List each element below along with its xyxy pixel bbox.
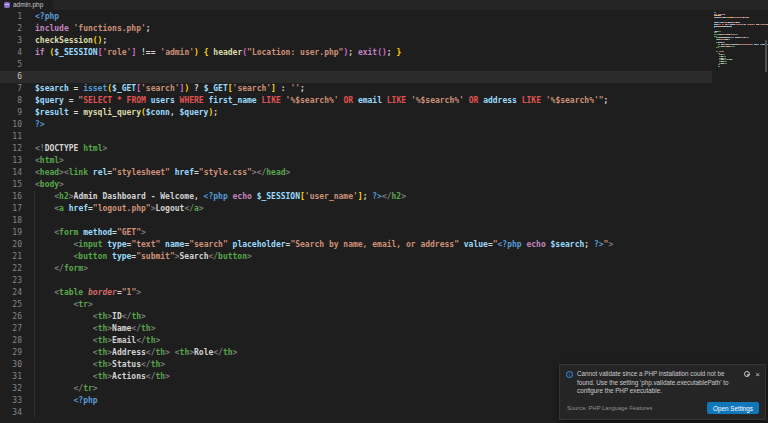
code-line[interactable]: 22 </form> <box>0 263 768 275</box>
line-number: 7 <box>0 83 22 95</box>
php-file-icon <box>4 2 10 8</box>
line-number: 15 <box>0 179 22 191</box>
code-text: <a href="logout.php">Logout</a> <box>35 203 204 215</box>
code-line[interactable]: 10?> <box>0 119 768 131</box>
line-number: 28 <box>0 335 22 347</box>
line-number: 19 <box>0 227 22 239</box>
code-text: $result = mysqli_query($conn, $query); <box>35 107 218 119</box>
code-line[interactable]: 6 <box>0 71 712 83</box>
code-text: <tr> <box>35 299 93 311</box>
line-number: 33 <box>0 395 22 407</box>
code-text: <h2>Admin Dashboard - Welcome, <?php ech… <box>35 191 406 203</box>
code-line[interactable]: 28 <th>Email</th> <box>0 335 768 347</box>
code-text: <th>Address</th> <th>Role</th> <box>35 347 237 359</box>
line-number: 21 <box>0 251 22 263</box>
overview-ruler-decoration <box>765 40 767 72</box>
line-number: 8 <box>0 95 22 107</box>
code-line[interactable]: 17 <a href="logout.php">Logout</a> <box>0 203 768 215</box>
code-text: <th>Email</th> <box>35 335 160 347</box>
gear-icon[interactable] <box>744 371 750 377</box>
line-number: 2 <box>0 23 22 35</box>
line-number: 13 <box>0 155 22 167</box>
minimap-content <box>712 10 768 69</box>
notification-source: Source: PHP Language Features <box>567 405 652 411</box>
code-text: checkSession(); <box>35 35 107 47</box>
notification-toast: i Cannot validate since a PHP installati… <box>559 364 766 420</box>
code-text: <?php <box>35 11 59 23</box>
code-line[interactable]: 1<?php <box>0 11 768 23</box>
code-line[interactable]: 24 <table border="1"> <box>0 287 768 299</box>
code-text: <th>Name</th> <box>35 323 155 335</box>
code-text: <?php <box>35 395 98 407</box>
code-line[interactable]: 15<body> <box>0 179 768 191</box>
line-number: 27 <box>0 323 22 335</box>
code-line[interactable]: 8$query = "SELECT * FROM users WHERE fir… <box>0 95 768 107</box>
line-number: 31 <box>0 371 22 383</box>
code-line[interactable]: 29 <th>Address</th> <th>Role</th> <box>0 347 768 359</box>
code-text: include 'functions.php'; <box>35 23 151 35</box>
info-icon: i <box>566 371 573 378</box>
code-line[interactable]: 20 <input type="text" name="search" plac… <box>0 239 768 251</box>
tab-admin-php[interactable]: admin.php <box>0 0 54 10</box>
line-number: 5 <box>0 59 22 71</box>
code-text: $query = "SELECT * FROM users WHERE firs… <box>35 95 608 107</box>
tab-filename: admin.php <box>13 0 43 10</box>
code-text: <html> <box>35 155 64 167</box>
code-line[interactable]: 19 <form method="GET"> <box>0 227 768 239</box>
code-editor[interactable]: 1<?php2include 'functions.php';3checkSes… <box>0 10 768 423</box>
line-number: 30 <box>0 359 22 371</box>
code-text: <th>Actions</th> <box>35 371 170 383</box>
code-line[interactable]: 3checkSession(); <box>0 35 768 47</box>
code-line[interactable]: 26 <th>ID</th> <box>0 311 768 323</box>
code-text: <button type="submit">Search</button> <box>35 251 252 263</box>
line-number: 16 <box>0 191 22 203</box>
line-number: 4 <box>0 47 22 59</box>
code-text: <head><link rel="stylesheet" href="style… <box>35 167 290 179</box>
code-line[interactable]: 7$search = isset($_GET['search']) ? $_GE… <box>0 83 768 95</box>
indent-guide <box>34 191 35 418</box>
code-line[interactable]: 16 <h2>Admin Dashboard - Welcome, <?php … <box>0 191 768 203</box>
line-number: 23 <box>0 275 22 287</box>
line-number: 1 <box>0 11 22 23</box>
line-number: 11 <box>0 131 22 143</box>
code-line[interactable]: 14<head><link rel="stylesheet" href="sty… <box>0 167 768 179</box>
line-number: 32 <box>0 383 22 395</box>
vscode-window: admin.php 1<?php2include 'functions.php'… <box>0 0 768 423</box>
close-icon[interactable]: × <box>755 371 760 378</box>
code-text: <th>Status</th> <box>35 359 165 371</box>
code-line[interactable]: 2include 'functions.php'; <box>0 23 768 35</box>
line-number: 9 <box>0 107 22 119</box>
code-text: ?> <box>35 119 45 131</box>
line-number: 26 <box>0 311 22 323</box>
code-line[interactable]: 27 <th>Name</th> <box>0 323 768 335</box>
code-line[interactable]: 9$result = mysqli_query($conn, $query); <box>0 107 768 119</box>
line-number: 25 <box>0 299 22 311</box>
code-line[interactable]: 25 <tr> <box>0 299 768 311</box>
code-text: <table border="1"> <box>35 287 141 299</box>
code-text: </form> <box>35 263 88 275</box>
tab-bar: admin.php <box>0 0 768 10</box>
code-line[interactable]: 18 <box>0 215 768 227</box>
minimap[interactable] <box>712 10 768 423</box>
code-line[interactable]: 21 <button type="submit">Search</button> <box>0 251 768 263</box>
code-line[interactable]: 23 <box>0 275 768 287</box>
code-line[interactable]: 11 <box>0 131 768 143</box>
code-text: <th>ID</th> <box>35 311 146 323</box>
code-text: $search = isset($_GET['search']) ? $_GET… <box>35 83 305 95</box>
code-line[interactable]: 12<!DOCTYPE html> <box>0 143 768 155</box>
line-number: 29 <box>0 347 22 359</box>
line-number: 24 <box>0 287 22 299</box>
line-number: 3 <box>0 35 22 47</box>
code-line[interactable]: 4if ($_SESSION['role'] !== 'admin') { he… <box>0 47 768 59</box>
line-number: 20 <box>0 239 22 251</box>
line-number: 22 <box>0 263 22 275</box>
line-number: 10 <box>0 119 22 131</box>
line-number: 34 <box>0 407 22 419</box>
open-settings-button[interactable]: Open Settings <box>707 402 759 414</box>
code-line[interactable]: 5 <box>0 59 768 71</box>
code-text: if ($_SESSION['role'] !== 'admin') { hea… <box>35 47 401 59</box>
code-line[interactable]: 13<html> <box>0 155 768 167</box>
code-text: <body> <box>35 179 64 191</box>
notification-message: Cannot validate since a PHP installation… <box>577 370 740 396</box>
line-number: 14 <box>0 167 22 179</box>
